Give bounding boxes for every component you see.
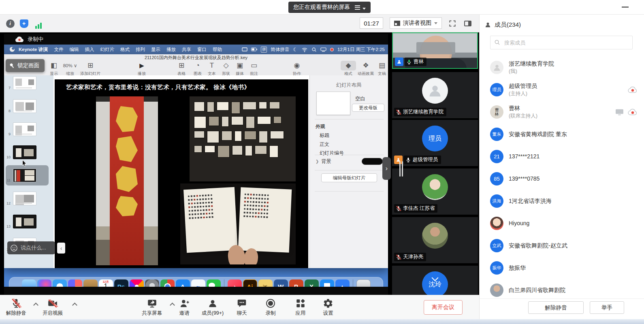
search-members-input[interactable] bbox=[490, 36, 633, 49]
dock-app-calendar[interactable]: 12月1 bbox=[99, 279, 113, 287]
dock-app-powerpoint[interactable]: P bbox=[289, 279, 303, 287]
slide-thumbnail-11[interactable] bbox=[13, 168, 36, 182]
dock-app-chrome[interactable] bbox=[160, 279, 175, 287]
chat-input-placeholder[interactable]: 说点什么... bbox=[21, 244, 46, 252]
control-unmute-button[interactable]: 解除静音 bbox=[0, 298, 34, 317]
watching-banner[interactable]: 您正在观看曹林的屏幕 bbox=[288, 2, 371, 13]
dock-app-files-app[interactable]: ▲ bbox=[335, 279, 350, 287]
dock-app-unarchiver[interactable]: ✂ bbox=[258, 279, 273, 287]
member-row-安徽省歌舞剧院-赵立武[interactable]: 立武安徽省歌舞剧院-赵立武 bbox=[480, 234, 644, 257]
video-tile-沈玲[interactable]: 沈玲 bbox=[392, 266, 478, 295]
layout-thumbnail[interactable] bbox=[316, 92, 350, 115]
member-row-曹林[interactable]: 曹林曹林(联席主持人) bbox=[480, 101, 644, 123]
slide-thumbnail-13[interactable] bbox=[13, 215, 36, 228]
panel-unmute-button[interactable]: 解除静音 bbox=[528, 301, 584, 314]
dock-app-siri[interactable] bbox=[37, 279, 51, 287]
dock-app-launchpad[interactable] bbox=[68, 279, 82, 287]
menu-共享[interactable]: 共享 bbox=[182, 47, 191, 53]
toolbar-collaborate-icon[interactable]: ◉协作 bbox=[283, 61, 311, 77]
edit-master-button[interactable]: 编辑母版幻灯片 bbox=[321, 173, 377, 182]
member-row-超级管理员[interactable]: 理员超级管理员(主持人) bbox=[480, 79, 644, 101]
dock-app-excel[interactable]: X bbox=[305, 279, 319, 287]
member-row-安徽省黄梅戏剧院 董东[interactable]: 董东安徽省黄梅戏剧院 董东 bbox=[480, 123, 644, 145]
fullscreen-button[interactable] bbox=[447, 18, 458, 29]
dock-app-docs-app[interactable]: ~ bbox=[191, 279, 205, 287]
dock-app-app-store[interactable]: A bbox=[176, 279, 190, 287]
video-strip-collapse-button[interactable]: › bbox=[382, 157, 391, 180]
control-settings-button[interactable]: 设置 bbox=[310, 298, 346, 317]
security-shield-icon[interactable]: + bbox=[19, 18, 29, 29]
slide-thumbnail-12[interactable] bbox=[13, 192, 36, 205]
slide-thumbnail-9[interactable] bbox=[13, 122, 36, 136]
dock-app-trash[interactable] bbox=[356, 279, 371, 287]
menu-插入[interactable]: 插入 bbox=[85, 47, 94, 53]
chat-collapse-button[interactable]: ‹ bbox=[57, 243, 65, 254]
menu-幻灯片[interactable]: 幻灯片 bbox=[100, 47, 115, 53]
quick-chat-overlay[interactable]: 说点什么... bbox=[7, 241, 55, 254]
slide-thumbnail-7[interactable] bbox=[13, 76, 36, 90]
disclosure-icon[interactable]: ❯ bbox=[316, 159, 319, 164]
dock-app-safari[interactable] bbox=[53, 279, 67, 287]
menu-播放[interactable]: 播放 bbox=[166, 47, 176, 53]
display-icon[interactable] bbox=[242, 47, 247, 52]
screen-mirroring-icon[interactable] bbox=[320, 47, 326, 52]
menu-窗口[interactable]: 窗口 bbox=[197, 47, 207, 53]
member-row-137****2121[interactable]: 21137****2121 bbox=[480, 145, 644, 168]
menu-显示[interactable]: 显示 bbox=[151, 47, 160, 53]
option-正文[interactable]: 正文 bbox=[316, 141, 329, 148]
toolbar-comment-icon[interactable]: ▭批注 bbox=[240, 61, 268, 77]
video-tile-李佳杰 江苏省[interactable]: 李佳杰 江苏省 bbox=[392, 168, 478, 215]
member-row-1河北省话李洪海[interactable]: 洪海1河北省话李洪海 bbox=[480, 190, 644, 212]
app-menu-title[interactable]: Keynote 讲演 bbox=[19, 47, 48, 53]
menubar-datetime[interactable]: 12月1日 周三 下午2:25 bbox=[337, 47, 385, 53]
member-row-敖振华[interactable]: 振华敖振华 bbox=[480, 257, 644, 279]
dock-app-photos[interactable] bbox=[130, 279, 144, 287]
video-tile-天津孙亮[interactable]: 天津孙亮 bbox=[392, 217, 478, 263]
video-tile-曹林[interactable]: 曹林 bbox=[392, 32, 478, 69]
video-tile-浙艺继续教育学院[interactable]: 浙艺继续教育学院 bbox=[392, 72, 478, 118]
toolbar-document-icon[interactable]: ▤文稿 bbox=[368, 61, 388, 77]
strip-drag-handle[interactable] bbox=[399, 161, 403, 177]
member-row-Hiyoung[interactable]: Hiyoung bbox=[480, 212, 644, 234]
video-tile-超级管理员[interactable]: 理员超级管理员 bbox=[392, 120, 478, 166]
raise-hand-button[interactable]: 举手 bbox=[590, 301, 624, 314]
input-method-icon[interactable]: 拼 bbox=[261, 47, 267, 53]
spotlight-search-icon[interactable] bbox=[311, 47, 317, 52]
menu-文件[interactable]: 文件 bbox=[54, 47, 64, 53]
dock-app-illustrator[interactable]: Ai bbox=[243, 279, 257, 287]
view-mode-dropdown[interactable]: 演讲者视图 bbox=[390, 17, 442, 29]
dock-app-finder[interactable] bbox=[22, 279, 36, 287]
control-camera-expand-chevron[interactable] bbox=[72, 303, 77, 308]
member-row-139****0785[interactable]: 85139****0785 bbox=[480, 168, 644, 190]
do-not-disturb-icon[interactable]: ☾ bbox=[293, 47, 298, 53]
member-row-白兰弟四川省歌舞剧院[interactable]: 白兰弟四川省歌舞剧院 bbox=[480, 279, 644, 298]
minimize-button[interactable] bbox=[622, 6, 629, 8]
dock-app-music[interactable]: ♪ bbox=[228, 279, 242, 287]
control-share-screen-button[interactable]: 共享屏幕 bbox=[134, 298, 170, 317]
wifi-icon[interactable] bbox=[301, 47, 308, 52]
menu-帮助[interactable]: 帮助 bbox=[213, 47, 222, 53]
input-method-name[interactable]: 简体拼音 bbox=[271, 47, 289, 53]
slide-thumbnail-10[interactable] bbox=[13, 145, 36, 159]
pin-view-tooltip[interactable]: 锁定画面 bbox=[6, 59, 45, 72]
emoji-icon[interactable] bbox=[10, 244, 18, 252]
dock-app-keynote[interactable] bbox=[320, 279, 334, 287]
option-标题[interactable]: 标题 bbox=[316, 132, 329, 139]
apple-logo-icon[interactable] bbox=[10, 47, 15, 52]
option-幻灯片编号[interactable]: 幻灯片编号 bbox=[316, 150, 344, 157]
toolbar-play-icon[interactable]: ▶播放 bbox=[128, 61, 156, 77]
hamburger-menu-icon[interactable] bbox=[355, 5, 360, 10]
dock-app-wechat[interactable] bbox=[207, 279, 221, 287]
change-master-button[interactable]: 更改母版 bbox=[352, 104, 384, 112]
leave-meeting-button[interactable]: 离开会议 bbox=[424, 300, 463, 315]
member-row-浙艺继续教育学院[interactable]: 浙艺继续教育学院(我) bbox=[480, 56, 644, 79]
toolbar-add-slide-icon[interactable]: ⊞添加幻灯片 bbox=[76, 61, 104, 77]
dock-app-system-preferences[interactable] bbox=[145, 279, 159, 287]
control-camera-button[interactable]: 开启视频 bbox=[34, 298, 71, 317]
menu-排列[interactable]: 排列 bbox=[136, 47, 145, 53]
menu-格式[interactable]: 格式 bbox=[120, 47, 130, 53]
dock-app-word[interactable]: W bbox=[274, 279, 288, 287]
side-panel-toggle-button[interactable] bbox=[463, 18, 473, 29]
meeting-info-icon[interactable]: i bbox=[5, 18, 15, 29]
dock-app-photoshop[interactable]: Ps bbox=[114, 279, 128, 287]
